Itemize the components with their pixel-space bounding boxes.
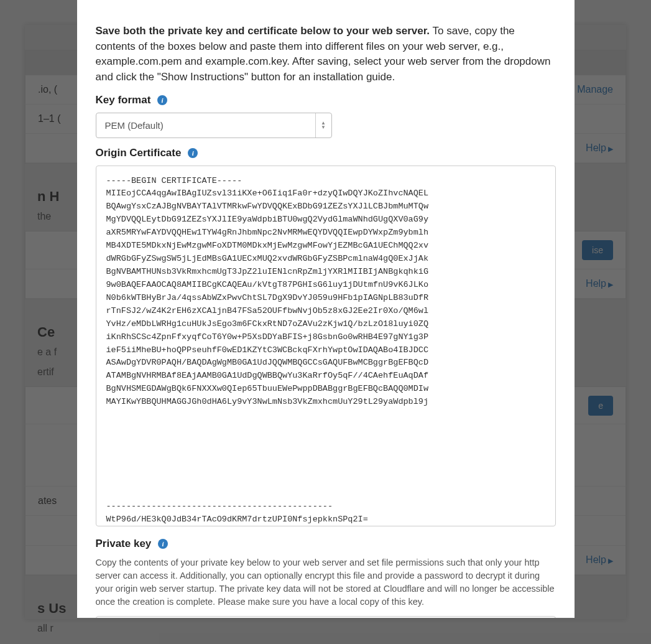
origin-certificate-label: Origin Certificate i [96, 147, 556, 159]
origin-certificate-textarea[interactable] [96, 166, 556, 526]
key-format-value: PEM (Default) [96, 113, 315, 138]
private-key-description: Copy the contents of your private key be… [96, 556, 556, 609]
info-icon[interactable]: i [157, 95, 167, 105]
modal-intro: Save both the private key and certificat… [96, 24, 556, 85]
key-format-label: Key format i [96, 94, 556, 106]
private-key-textarea[interactable]: -----BEGIN PRIVATE KEY----- [96, 616, 556, 618]
modal-intro-bold: Save both the private key and certificat… [96, 25, 430, 37]
info-icon[interactable]: i [188, 148, 198, 158]
select-caret-icon: ▲▼ [315, 113, 331, 138]
key-format-select[interactable]: PEM (Default) ▲▼ [96, 113, 332, 138]
modal-overlay: Save both the private key and certificat… [0, 0, 651, 644]
origin-certificate-modal: Save both the private key and certificat… [77, 0, 575, 618]
info-icon[interactable]: i [158, 539, 168, 549]
private-key-label: Private key i [96, 538, 556, 550]
